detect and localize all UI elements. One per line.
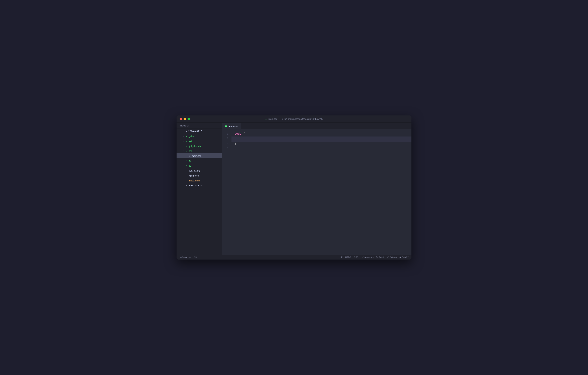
branch-text: gh-pages (365, 256, 374, 258)
sidebar-item-label: .gitignore (189, 174, 220, 177)
encoding-text: UTF-8 (345, 256, 351, 258)
sidebar-item-site[interactable]: ▸ ▪ _site (177, 134, 222, 139)
sidebar-item-root[interactable]: ▾ □ su2020-avt217 (177, 129, 222, 134)
sidebar-item-main-css[interactable]: ▸ □ main.css (177, 153, 222, 158)
folder-icon: ▪ (185, 149, 188, 153)
statusbar-branch[interactable]: ⎇ gh-pages (361, 256, 374, 259)
folder-icon: ▪ (185, 140, 188, 143)
statusbar-fetch[interactable]: ↻ Fetch (376, 256, 384, 259)
github-text: GitHub (390, 256, 397, 258)
git-icon: ◈ (399, 256, 401, 259)
chevron-right-icon: ▸ (182, 145, 184, 147)
window-title: ● main.css — ~/Documents/Repositories/su… (265, 118, 323, 120)
sidebar-item-label: css (189, 150, 220, 153)
chevron-right-icon: ▸ (182, 165, 184, 167)
branch-icon: ⎇ (361, 256, 364, 259)
fetch-icon: ↻ (376, 256, 378, 259)
chevron-right-icon: ▸ (182, 160, 184, 162)
line-number: 4 (222, 146, 229, 150)
sidebar-item-ds-store[interactable]: ▸ □ .DS_Store (177, 168, 222, 173)
statusbar-left: css/main.css 2:3 (179, 256, 197, 258)
code-line-1: body { (234, 132, 409, 136)
code-line-3: } (234, 142, 409, 146)
chevron-right-icon: ▸ (182, 140, 184, 142)
language-text: CSS (354, 256, 358, 258)
filepath-text: css/main.css (179, 256, 191, 258)
sidebar-item-label: su2020-avt217 (186, 130, 220, 133)
tab-bar: main.css (222, 123, 411, 129)
sidebar-item-label: main.css (192, 154, 220, 157)
statusbar-github[interactable]: ⊙ GitHub (387, 256, 397, 259)
folder-icon: ▪ (185, 164, 188, 167)
titlebar: ● main.css — ~/Documents/Repositories/su… (177, 115, 411, 123)
statusbar-encoding[interactable]: UTF-8 (345, 256, 351, 258)
file-icon: □ (185, 174, 188, 177)
chevron-right-icon: ▸ (182, 135, 184, 137)
sidebar-item-css[interactable]: ▾ ▪ css (177, 148, 222, 153)
tab-main-css[interactable]: main.css (222, 123, 241, 129)
sidebar-item-e1[interactable]: ▸ ▪ e1 (177, 158, 222, 163)
traffic-lights (177, 118, 190, 120)
github-icon: ⊙ (387, 256, 389, 259)
line-numbers: 1 2 3 4 (222, 129, 231, 255)
sidebar-item-e2[interactable]: ▸ ▪ e2 (177, 163, 222, 168)
chevron-down-icon: ▾ (179, 130, 181, 132)
folder-icon: ▪ (185, 135, 188, 138)
git-text: Git (11) (402, 256, 409, 258)
sidebar-header: Project (177, 123, 222, 129)
sidebar-item-jekyll-cache[interactable]: ▸ ▪ .jekyll-cache (177, 143, 222, 148)
sidebar-item-readme[interactable]: ▸ ⊟ README.md (177, 183, 222, 188)
line-number: 1 (222, 132, 229, 136)
close-button[interactable] (179, 118, 182, 120)
position-text: 2:3 (194, 256, 197, 258)
sidebar-item-label: e1 (189, 159, 220, 162)
code-line-4 (234, 146, 409, 152)
editor-area: main.css 1 2 3 4 body { } (222, 123, 411, 255)
file-icon: □ (188, 154, 191, 157)
sidebar-item-label: .DS_Store (189, 169, 220, 172)
sidebar-item-label: _site (189, 135, 220, 138)
chevron-down-icon: ▾ (182, 150, 184, 152)
statusbar-git[interactable]: ◈ Git (11) (399, 256, 409, 259)
tab-label: main.css (229, 125, 238, 128)
sidebar-item-label: index.html (189, 179, 220, 182)
maximize-button[interactable] (188, 118, 190, 120)
line-number: 3 (222, 141, 229, 146)
minimize-button[interactable] (184, 118, 186, 120)
editor-content[interactable]: 1 2 3 4 body { } (222, 129, 411, 255)
line-ending-text: LF (340, 256, 342, 258)
root-folder-icon: □ (182, 130, 185, 133)
sidebar-item-label: .git (189, 140, 220, 143)
sidebar: Project ▾ □ su2020-avt217 ▸ ▪ _site ▸ ▪ (177, 123, 222, 255)
code-editor[interactable]: body { } (231, 129, 411, 255)
line-number: 2 (222, 136, 229, 141)
fetch-text: Fetch (379, 256, 384, 258)
main-layout: Project ▾ □ su2020-avt217 ▸ ▪ _site ▸ ▪ (177, 123, 411, 255)
sidebar-item-index-html[interactable]: ▸ □ index.html (177, 178, 222, 183)
statusbar-line-ending[interactable]: LF (340, 256, 342, 258)
file-icon: □ (185, 179, 188, 182)
statusbar-language[interactable]: CSS (354, 256, 358, 258)
statusbar: css/main.css 2:3 LF UTF-8 CSS ⎇ gh-pages… (177, 255, 411, 260)
sidebar-item-label: README.md (189, 184, 220, 187)
folder-icon: ▪ (185, 144, 188, 147)
sidebar-item-gitignore[interactable]: ▸ □ .gitignore (177, 173, 222, 178)
file-icon: □ (185, 169, 188, 172)
tab-dot-icon (225, 125, 227, 127)
statusbar-filepath[interactable]: css/main.css (179, 256, 191, 258)
sidebar-item-label: .jekyll-cache (189, 145, 220, 147)
code-line-2 (231, 136, 411, 142)
file-dot-icon: ● (265, 118, 267, 120)
file-icon: ⊟ (185, 184, 188, 187)
statusbar-position[interactable]: 2:3 (194, 256, 197, 258)
folder-icon: ▪ (185, 159, 188, 162)
app-window: ● main.css — ~/Documents/Repositories/su… (177, 115, 411, 260)
sidebar-item-label: e2 (189, 164, 220, 167)
statusbar-right: LF UTF-8 CSS ⎇ gh-pages ↻ Fetch ⊙ GitHub… (340, 256, 409, 259)
sidebar-item-git[interactable]: ▸ ▪ .git (177, 139, 222, 143)
